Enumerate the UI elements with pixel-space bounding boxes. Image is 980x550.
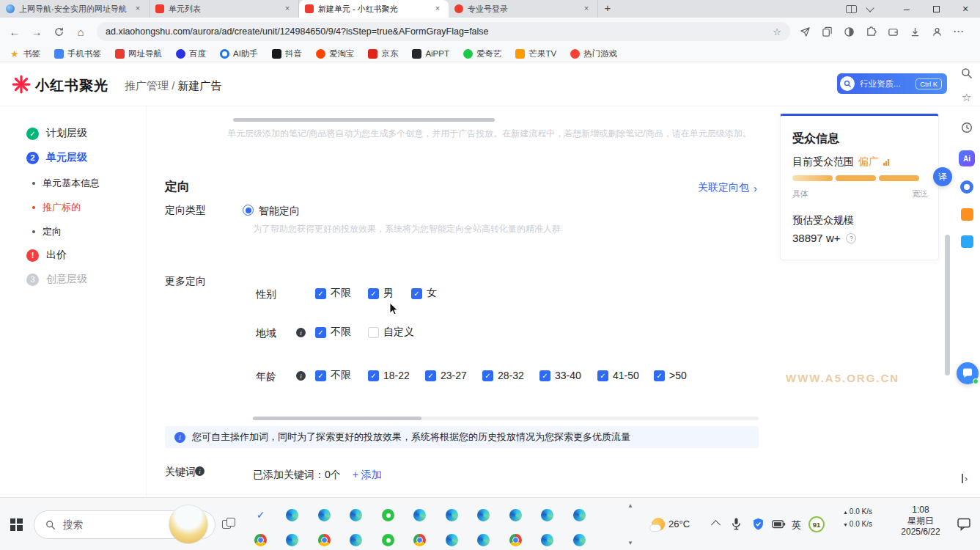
taskbar-app-icon-edge[interactable] <box>446 509 458 521</box>
age-option-unlimited[interactable]: 不限 <box>315 370 351 381</box>
step-bidding[interactable]: 出价 <box>0 248 67 263</box>
taskbar-app-icon-edge[interactable] <box>541 509 553 521</box>
taskbar-app-icon-edge[interactable] <box>446 534 458 546</box>
question-icon[interactable] <box>846 233 856 243</box>
battery-icon[interactable] <box>772 520 786 531</box>
step-targeting[interactable]: 定向 <box>0 224 62 239</box>
taskbar-app-icon-green[interactable] <box>382 509 394 521</box>
tab-close-icon[interactable] <box>432 4 443 14</box>
bookmark-item[interactable]: AiPPT <box>412 49 449 59</box>
forward-button[interactable]: → <box>26 21 47 42</box>
bookmark-item[interactable]: 热门游戏 <box>570 48 617 59</box>
taskbar-app-icon-edge[interactable] <box>286 509 298 521</box>
taskbar-scroll-up-icon[interactable]: ▲ <box>627 503 633 509</box>
tab-close-icon[interactable] <box>133 4 143 14</box>
region-option-custom[interactable]: 自定义 <box>368 326 414 338</box>
age-info-icon[interactable] <box>296 371 306 381</box>
sidebar-orange-app-icon[interactable] <box>961 208 973 221</box>
bookmark-item[interactable]: 爱淘宝 <box>316 48 355 59</box>
add-keyword-button[interactable]: + 添加 <box>353 469 382 482</box>
search-highlight-icon[interactable] <box>169 505 208 544</box>
checkbox-checked-icon[interactable] <box>368 370 379 381</box>
browser-tab-nav-site[interactable]: 上网导航-安全实用的网址导航 <box>0 0 150 18</box>
age-option-41-50[interactable]: 41-50 <box>597 370 639 381</box>
task-view-icon[interactable] <box>222 518 235 531</box>
taskbar-app-icon-chrome[interactable] <box>413 534 426 546</box>
smart-targeting-radio[interactable] <box>243 205 254 216</box>
sidebar-history-icon[interactable] <box>961 122 973 133</box>
horizontal-scrollbar-thumb[interactable] <box>253 417 421 420</box>
vertical-scrollbar-thumb[interactable] <box>945 235 950 375</box>
copilot-icon[interactable] <box>843 26 855 38</box>
address-bar[interactable]: ad.xiaohongshu.com/aurora/ad/create/unit… <box>97 22 790 41</box>
taskbar-app-icon-edge[interactable] <box>477 534 490 546</box>
checkbox-checked-icon[interactable] <box>315 370 326 381</box>
age-option-over-50[interactable]: >50 <box>654 370 687 381</box>
age-option-28-32[interactable]: 28-32 <box>482 370 524 381</box>
wallet-icon[interactable] <box>887 26 899 38</box>
taskbar-app-icon-green[interactable] <box>382 534 394 546</box>
collections-icon[interactable] <box>821 26 833 38</box>
breadcrumb-section[interactable]: 推广管理 <box>125 79 169 92</box>
step-promotion-target[interactable]: 推广标的 <box>0 200 81 215</box>
checkbox-checked-icon[interactable] <box>539 370 550 381</box>
taskbar-app-icon-chrome[interactable] <box>318 534 331 546</box>
age-option-18-22[interactable]: 18-22 <box>368 370 410 381</box>
downloads-icon[interactable] <box>909 26 921 38</box>
region-option-unlimited[interactable]: 不限 <box>315 326 351 338</box>
checkbox-checked-icon[interactable] <box>315 327 326 338</box>
taskbar-app-icon-chrome[interactable] <box>509 534 522 546</box>
favorite-star-icon[interactable] <box>773 26 781 37</box>
bookmark-item[interactable]: AI助手 <box>220 48 258 59</box>
notification-center-icon[interactable] <box>957 518 971 533</box>
customer-service-chat-icon[interactable] <box>957 362 979 384</box>
security-shield-icon[interactable] <box>752 518 765 533</box>
checkbox-checked-icon[interactable] <box>315 288 326 299</box>
keywords-info-icon[interactable] <box>195 466 205 476</box>
taskbar-app-icon-edge[interactable] <box>318 509 331 521</box>
step-unit-basic-info[interactable]: 单元基本信息 <box>0 176 100 191</box>
home-button[interactable]: ⌂ <box>70 21 91 42</box>
checkbox-checked-icon[interactable] <box>368 288 379 299</box>
step-creative-level[interactable]: 3 创意层级 <box>0 272 87 287</box>
taskbar-app-icon-check[interactable] <box>254 509 267 521</box>
tab-close-icon[interactable] <box>581 4 592 14</box>
checkbox-checked-icon[interactable] <box>425 370 436 381</box>
browser-tab-active-new-unit[interactable]: 新建单元 - 小红书聚光 <box>299 0 449 18</box>
horizontal-scrollbar-thumb[interactable] <box>233 118 495 122</box>
targeting-package-link[interactable]: 关联定向包 <box>698 181 757 194</box>
sidebar-teal-app-icon[interactable] <box>961 235 973 248</box>
profile-icon[interactable] <box>931 26 943 38</box>
weather-temp[interactable]: 26°C <box>668 518 690 529</box>
gender-option-unlimited[interactable]: 不限 <box>315 287 351 299</box>
taskbar-app-icon-chrome[interactable] <box>254 534 267 546</box>
bookmark-item[interactable]: 抖音 <box>272 48 302 59</box>
checkbox-checked-icon[interactable] <box>654 370 665 381</box>
sidebar-favorites-icon[interactable] <box>962 91 971 104</box>
age-option-23-27[interactable]: 23-27 <box>425 370 467 381</box>
checkbox-checked-icon[interactable] <box>411 288 422 299</box>
tray-expand-chevron-icon[interactable] <box>711 520 721 529</box>
tab-list-chevron-icon[interactable] <box>866 4 874 12</box>
settings-menu-icon[interactable] <box>953 26 965 38</box>
sidebar-ai-assistant-icon[interactable]: Ai <box>959 150 975 166</box>
taskbar-app-icon-edge[interactable] <box>413 509 426 521</box>
window-minimize-button[interactable] <box>892 0 921 18</box>
taskbar-app-icon-edge[interactable] <box>541 534 553 546</box>
checkbox-checked-icon[interactable] <box>482 370 493 381</box>
step-plan-level[interactable]: 计划层级 <box>0 126 87 141</box>
bookmark-item[interactable]: 手机书签 <box>54 48 101 59</box>
microphone-icon[interactable] <box>730 517 743 533</box>
browser-tab-pro-login[interactable]: 专业号登录 <box>449 0 598 18</box>
bookmark-item[interactable]: 京东 <box>368 48 398 59</box>
taskbar-app-icon-edge[interactable] <box>573 534 586 546</box>
bookmark-item[interactable]: 芒果TV <box>515 48 556 59</box>
age-option-33-40[interactable]: 33-40 <box>539 370 581 381</box>
split-screen-icon[interactable] <box>846 5 857 13</box>
refresh-button[interactable] <box>48 21 69 42</box>
extensions-icon[interactable] <box>865 26 877 38</box>
taskbar-app-icon-edge[interactable] <box>573 509 586 521</box>
start-button[interactable] <box>0 498 32 550</box>
step-unit-level[interactable]: 2 单元层级 <box>0 150 87 165</box>
translate-float-icon[interactable]: 译 <box>933 167 952 186</box>
